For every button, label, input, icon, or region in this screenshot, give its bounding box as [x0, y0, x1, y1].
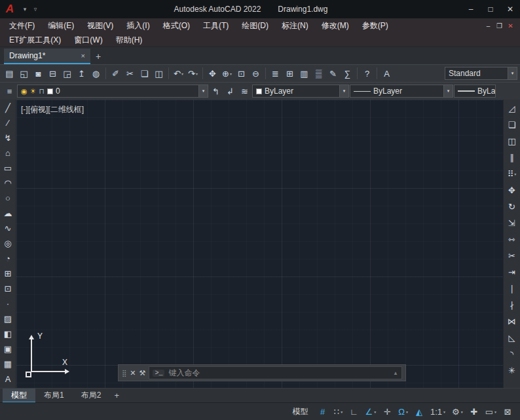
- maximize-button[interactable]: □: [481, 0, 500, 18]
- markup-icon[interactable]: ✎: [326, 67, 340, 81]
- menu-help[interactable]: 帮助(H): [109, 33, 149, 47]
- copy-object-icon[interactable]: ❏: [505, 117, 519, 132]
- new-file-icon[interactable]: ▤: [3, 67, 16, 81]
- dropdown-caret-icon[interactable]: ▾: [443, 410, 445, 414]
- drawing-canvas[interactable]: [-][俯视][二维线框] Y X ⣿ ✕ ⚒ >_ 键入命令 ▲: [16, 100, 503, 388]
- stretch-icon[interactable]: ⇿: [505, 232, 519, 247]
- dropdown-caret-icon[interactable]: ▾: [494, 410, 496, 414]
- dropdown-caret-icon[interactable]: ▾: [406, 410, 408, 414]
- layer-states-icon[interactable]: ≋: [238, 85, 251, 98]
- new-layout-button[interactable]: +: [109, 391, 124, 400]
- cut-icon[interactable]: ✂: [123, 67, 137, 81]
- workspace-gear-icon[interactable]: ⚙▾: [449, 405, 466, 419]
- sheet-set-manager-icon[interactable]: ▒: [312, 67, 325, 81]
- scale-icon[interactable]: ⇲: [505, 216, 519, 231]
- revision-cloud-icon[interactable]: ☁: [1, 206, 15, 220]
- text-style-combo[interactable]: Standard ▾: [445, 67, 517, 80]
- line-icon[interactable]: ╱: [1, 101, 15, 115]
- mirror-icon[interactable]: ◫: [505, 134, 519, 149]
- publish-icon[interactable]: ↥: [75, 67, 88, 81]
- layout-tab-2[interactable]: 布局2: [73, 389, 110, 403]
- save-icon[interactable]: ◙: [31, 67, 45, 81]
- zoom-window-icon[interactable]: ⊡: [234, 67, 248, 81]
- layer-previous-icon[interactable]: ↲: [223, 85, 237, 98]
- snap-mode-icon[interactable]: ∷▾: [331, 405, 346, 419]
- object-color-combo[interactable]: ByLayer ▾: [252, 85, 349, 98]
- file-tab-drawing1[interactable]: Drawing1* ×: [4, 48, 90, 64]
- redo-icon[interactable]: ↷▾: [186, 67, 200, 81]
- menu-draw[interactable]: 绘图(D): [235, 18, 275, 33]
- doc-restore-button[interactable]: ❐: [494, 22, 505, 29]
- annotation-visibility-icon[interactable]: ◭: [412, 405, 426, 419]
- text-style-icon[interactable]: A: [380, 67, 394, 81]
- doc-minimize-button[interactable]: –: [483, 22, 494, 29]
- help-icon[interactable]: ?: [360, 67, 374, 81]
- layer-dropdown-caret-icon[interactable]: ▾: [198, 85, 208, 97]
- point-icon[interactable]: ∙: [1, 297, 15, 311]
- minimize-button[interactable]: –: [461, 0, 481, 18]
- chamfer-icon[interactable]: ◺: [505, 330, 519, 345]
- dropdown-caret-icon[interactable]: ▾: [196, 71, 198, 76]
- break-at-point-icon[interactable]: ∣: [505, 281, 519, 296]
- ellipse-icon[interactable]: ◎: [1, 237, 15, 250]
- properties-palette-icon[interactable]: ≣: [269, 67, 282, 81]
- dropdown-caret-icon[interactable]: ▾: [181, 71, 183, 76]
- osnap-tracking-icon[interactable]: ✛: [380, 405, 394, 419]
- rectangle-icon[interactable]: ▭: [1, 161, 15, 175]
- new-drawing-tab-button[interactable]: +: [90, 48, 106, 64]
- plot-preview-icon[interactable]: ◲: [60, 67, 74, 81]
- ellipse-arc-icon[interactable]: ◔: [1, 252, 15, 265]
- menu-format[interactable]: 格式(O): [157, 18, 196, 33]
- menu-edit[interactable]: 编辑(E): [41, 18, 81, 33]
- command-bar-close-icon[interactable]: ✕: [130, 369, 136, 377]
- dropdown-caret-icon[interactable]: ▾: [514, 172, 516, 176]
- tool-palettes-icon[interactable]: ▥: [297, 67, 311, 81]
- menu-insert[interactable]: 插入(I): [120, 18, 156, 33]
- linetype-dropdown-caret-icon[interactable]: ▾: [443, 85, 453, 97]
- menu-parametric[interactable]: 参数(P): [356, 18, 395, 33]
- explode-icon[interactable]: ✳: [505, 363, 519, 378]
- layout-tab-model[interactable]: 模型: [3, 389, 35, 403]
- join-icon[interactable]: ⋈: [505, 314, 519, 329]
- erase-icon[interactable]: ◿: [505, 101, 519, 116]
- command-bar-grip[interactable]: ⣿: [122, 370, 126, 377]
- layer-combo[interactable]: ◉ ☀ ⊓ 0 ▾: [17, 85, 208, 98]
- menu-express-tools[interactable]: ET扩展工具(X): [3, 33, 67, 47]
- dropdown-caret-icon[interactable]: ▾: [461, 410, 463, 414]
- multiline-text-icon[interactable]: A: [1, 372, 15, 386]
- app-menu-caret-icon[interactable]: ▾: [20, 6, 30, 12]
- render-icon[interactable]: ◍: [89, 67, 103, 81]
- extend-icon[interactable]: ⇥: [505, 265, 519, 280]
- menu-tools[interactable]: 工具(T): [196, 18, 235, 33]
- menu-view[interactable]: 视图(V): [81, 18, 120, 33]
- pan-icon[interactable]: ✥: [206, 67, 219, 81]
- dropdown-caret-icon[interactable]: ▾: [230, 71, 232, 76]
- zoom-realtime-icon[interactable]: ⊕▾: [220, 67, 234, 81]
- open-icon[interactable]: ◱: [17, 67, 31, 81]
- arc-icon[interactable]: ◠: [1, 176, 15, 190]
- doc-close-button[interactable]: ✕: [505, 22, 516, 29]
- clean-screen-icon[interactable]: ⊠: [500, 405, 515, 419]
- layout-tab-1[interactable]: 布局1: [35, 389, 73, 403]
- circle-icon[interactable]: ○: [1, 191, 15, 205]
- fillet-icon[interactable]: ◝: [505, 347, 519, 362]
- model-space-button[interactable]: 模型: [287, 406, 314, 417]
- paste-icon[interactable]: ◫: [152, 67, 166, 81]
- make-block-icon[interactable]: ⊡: [1, 282, 15, 296]
- polygon-icon[interactable]: ⌂: [1, 146, 15, 160]
- gradient-icon[interactable]: ◧: [1, 327, 15, 341]
- command-history-arrow-icon[interactable]: ▲: [393, 370, 398, 376]
- ortho-icon[interactable]: ∟: [347, 405, 362, 419]
- insert-block-icon[interactable]: ⊞: [1, 267, 15, 280]
- autocad-logo-icon[interactable]: A: [0, 0, 20, 18]
- polar-tracking-icon[interactable]: ∠▾: [363, 405, 379, 419]
- hatch-icon[interactable]: ▨: [1, 312, 15, 326]
- break-icon[interactable]: ∤: [505, 297, 519, 313]
- plot-icon[interactable]: ⊟: [46, 67, 60, 81]
- dropdown-caret-icon[interactable]: ▾: [374, 410, 376, 414]
- match-properties-icon[interactable]: ✐: [109, 67, 122, 81]
- dropdown-caret-icon[interactable]: ▾: [341, 410, 343, 414]
- close-button[interactable]: ✕: [500, 0, 520, 18]
- annotation-scale-icon[interactable]: 1:1▾: [428, 405, 448, 419]
- object-snap-icon[interactable]: Ω▾: [396, 405, 411, 419]
